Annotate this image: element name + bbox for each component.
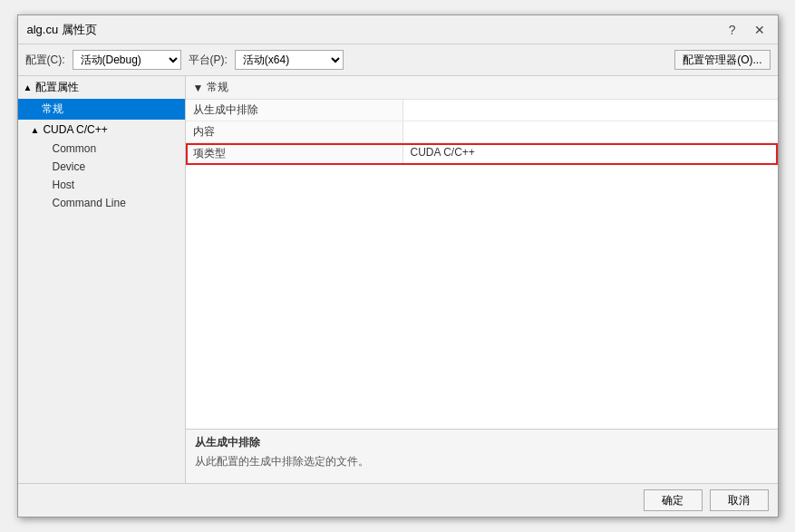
collapse-icon-cuda: ▲: [31, 125, 40, 135]
property-row-exclude: 从生成中排除: [186, 100, 778, 121]
prop-value-itemtype[interactable]: CUDA C/C++: [403, 143, 778, 164]
manager-button[interactable]: 配置管理器(O)...: [674, 50, 770, 70]
section-collapse-icon[interactable]: ▼: [193, 82, 204, 94]
sidebar-item-Device[interactable]: Device: [18, 158, 185, 176]
section-header-label: 常规: [207, 80, 228, 95]
cancel-button[interactable]: 取消: [710, 489, 769, 511]
description-area: 从生成中排除 从此配置的生成中排除选定的文件。: [186, 429, 778, 483]
properties-dialog: alg.cu 属性页 ? ✕ 配置(C): 活动(Debug) 平台(P): 活…: [17, 15, 779, 517]
prop-name-exclude: 从生成中排除: [186, 100, 403, 121]
content-area: ▼ 常规 从生成中排除 内容 项类型 CUDA C/C++: [186, 76, 778, 483]
platform-select[interactable]: 活动(x64): [235, 50, 344, 70]
description-text: 从此配置的生成中排除选定的文件。: [195, 454, 769, 469]
collapse-icon[interactable]: ▲: [24, 82, 33, 92]
main-area: ▲ 配置属性 常规 ▲ CUDA C/C++ Common Device Hos…: [18, 76, 778, 483]
prop-value-content[interactable]: [403, 121, 778, 142]
dialog-title: alg.cu 属性页: [27, 22, 97, 38]
sidebar-item-cuda-label: CUDA C/C++: [43, 123, 107, 136]
prop-name-content: 内容: [186, 121, 403, 142]
ok-button[interactable]: 确定: [644, 489, 703, 511]
property-row-content: 内容: [186, 121, 778, 143]
sidebar-item-Host[interactable]: Host: [18, 176, 185, 194]
close-button[interactable]: ✕: [751, 21, 769, 39]
property-table: ▼ 常规 从生成中排除 内容 项类型 CUDA C/C++: [186, 76, 778, 429]
prop-name-itemtype: 项类型: [186, 143, 403, 164]
toolbar: 配置(C): 活动(Debug) 平台(P): 活动(x64) 配置管理器(O)…: [18, 44, 778, 76]
title-bar: alg.cu 属性页 ? ✕: [18, 15, 778, 44]
description-title: 从生成中排除: [195, 435, 769, 450]
sidebar-item-CUDACPP-header[interactable]: ▲ CUDA C/C++: [18, 120, 185, 140]
prop-value-exclude[interactable]: [403, 100, 778, 121]
sidebar-item-CommandLine[interactable]: Command Line: [18, 194, 185, 212]
config-label: 配置(C):: [25, 53, 65, 68]
section-header: ▼ 常规: [186, 76, 778, 100]
sidebar: ▲ 配置属性 常规 ▲ CUDA C/C++ Common Device Hos…: [18, 76, 186, 483]
title-controls: ? ✕: [725, 21, 769, 39]
sidebar-section-title: 配置属性: [35, 80, 79, 95]
property-row-itemtype: 项类型 CUDA C/C++: [186, 143, 778, 165]
platform-label: 平台(P):: [189, 53, 228, 68]
footer: 确定 取消: [18, 483, 778, 517]
sidebar-item-常规[interactable]: 常规: [18, 99, 185, 120]
help-button[interactable]: ?: [725, 21, 740, 39]
config-select[interactable]: 活动(Debug): [73, 50, 181, 70]
sidebar-section-header: ▲ 配置属性: [18, 76, 185, 99]
sidebar-item-Common[interactable]: Common: [18, 140, 185, 158]
